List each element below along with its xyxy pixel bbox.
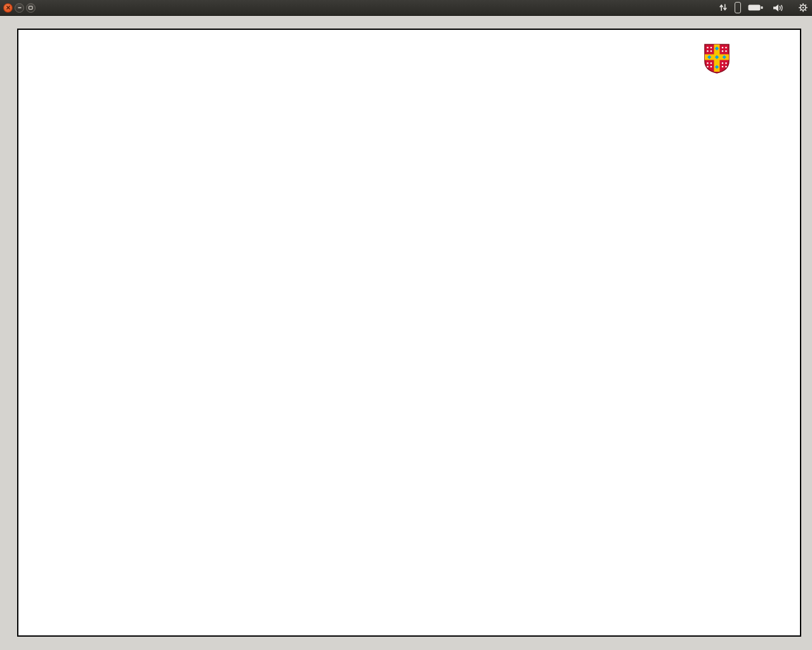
maximize-icon (28, 5, 34, 11)
indicator-tray (719, 0, 808, 15)
volume-icon[interactable] (773, 4, 784, 12)
battery-indicator[interactable] (748, 4, 766, 11)
sync-updown-arrows-icon[interactable] (719, 3, 728, 12)
window-maximize-button[interactable] (26, 3, 36, 13)
seismogram-plot (18, 30, 800, 635)
close-icon (6, 5, 11, 10)
battery-icon (748, 4, 763, 11)
window-minimize-button[interactable] (15, 3, 24, 13)
minimize-icon (17, 5, 22, 10)
window-close-button[interactable] (3, 3, 13, 13)
session-gear-icon[interactable] (798, 3, 808, 13)
top-panel (0, 0, 812, 16)
keyboard-layout-indicator[interactable] (735, 2, 741, 13)
seismograph-window (17, 29, 801, 637)
window-controls (3, 0, 36, 15)
